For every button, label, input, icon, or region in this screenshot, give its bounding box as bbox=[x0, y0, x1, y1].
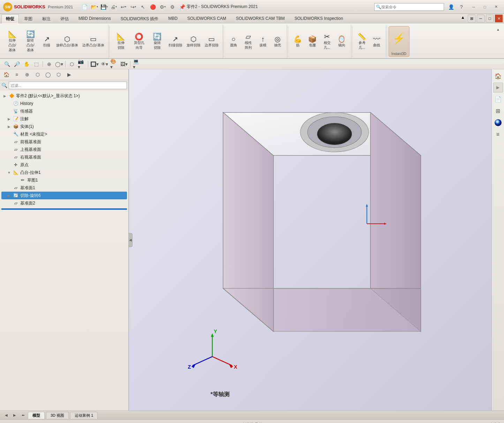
wrap-btn[interactable]: 📦 包覆 bbox=[306, 25, 319, 57]
ref-geometry-btn[interactable]: 📏 参考几... bbox=[355, 25, 369, 57]
tree-solid[interactable]: ▶ 📦 实体(1) bbox=[1, 123, 127, 130]
display-mgr-btn[interactable]: ◯ bbox=[43, 70, 53, 79]
print-btn[interactable]: 🖨▾ bbox=[109, 2, 118, 11]
tab-sketch[interactable]: 草图 bbox=[20, 14, 37, 23]
next-tab-btn[interactable]: ▶ bbox=[11, 412, 18, 419]
fillet-btn[interactable]: ○ 圆角 bbox=[227, 25, 241, 57]
save-btn[interactable]: 💾▾ bbox=[99, 2, 108, 11]
user-icon[interactable]: 👤 bbox=[447, 3, 455, 11]
tree-root[interactable]: ▶ 🔶 零件2 (默认<<默认>_显示状态 1>) bbox=[1, 92, 127, 100]
select-btn[interactable]: ↖ bbox=[138, 2, 148, 11]
cut-revolve-btn[interactable]: 🔄 旋转切除 bbox=[149, 25, 166, 57]
prev-tab-btn[interactable]: ◀ bbox=[3, 412, 10, 419]
tab-3d-view[interactable]: 3D 视图 bbox=[46, 412, 69, 419]
tab-sw-cam[interactable]: SOLIDWORKS CAM bbox=[183, 14, 231, 23]
part-icon-btn[interactable]: 📄 bbox=[493, 94, 503, 104]
search-input[interactable] bbox=[381, 5, 442, 9]
new-btn[interactable]: 📄 bbox=[80, 2, 89, 11]
intersect-btn[interactable]: ✂ 相交几... bbox=[320, 25, 334, 57]
close-button[interactable]: ✕ bbox=[491, 3, 501, 11]
ribbon-arrow-up[interactable]: ▲ bbox=[495, 26, 501, 32]
home-view-btn[interactable]: 🏠 bbox=[493, 71, 503, 81]
tab-feature[interactable]: 特征 bbox=[1, 14, 19, 23]
hide-show-btn[interactable]: 👁▾ bbox=[100, 60, 108, 68]
rib-btn[interactable]: 💪 筋 bbox=[291, 25, 305, 57]
dim-xpert-btn[interactable]: ⬡ bbox=[33, 70, 43, 79]
options2-btn[interactable]: ⚙ bbox=[168, 2, 177, 11]
restore-btn[interactable]: ⊞ bbox=[468, 15, 475, 22]
viewport[interactable]: Y X Z *等轴测 bbox=[129, 69, 504, 410]
tree-material[interactable]: 🔧 材质 <未指定> bbox=[1, 130, 127, 138]
cam-mgr-btn[interactable]: ⬡ bbox=[54, 70, 63, 79]
display-style-btn[interactable]: 🔲▾ bbox=[90, 60, 99, 68]
tab-model[interactable]: 模型 bbox=[28, 412, 45, 419]
zoom-in-btn[interactable]: 🔍 bbox=[3, 60, 11, 68]
loft-boss-btn[interactable]: ⬡ 放样凸台/基体 bbox=[54, 25, 80, 57]
tree-sensors[interactable]: 📡 传感器 bbox=[1, 107, 127, 115]
cut-extrude-btn[interactable]: 📐 拉伸切除 bbox=[112, 25, 130, 57]
display-mode-btn[interactable]: 💻▾ bbox=[133, 60, 141, 68]
minimize-button[interactable]: ─ bbox=[468, 3, 479, 11]
cut-sweep-btn[interactable]: ↗ 扫描切除 bbox=[167, 25, 184, 57]
help-icon[interactable]: ? bbox=[457, 3, 466, 11]
boundary-boss-btn[interactable]: ▭ 边界凸台/基体 bbox=[81, 25, 106, 57]
tab-sw-inspection[interactable]: SOLIDWORKS Inspection bbox=[290, 14, 347, 23]
tree-right-plane[interactable]: ▱ 右视基准面 bbox=[1, 153, 127, 161]
tree-boss-extrude1[interactable]: ▼ 📐 凸台-拉伸1 bbox=[1, 169, 127, 176]
tree-sketch1[interactable]: ✏ 草图1 bbox=[1, 176, 127, 184]
cut-boundary-btn[interactable]: ▭ 边界切除 bbox=[203, 25, 220, 57]
tree-top-plane[interactable]: ▱ 上视基准面 bbox=[1, 146, 127, 153]
mirror-btn[interactable]: 🪞 镜向 bbox=[335, 25, 349, 57]
open-btn[interactable]: 📂▾ bbox=[90, 2, 99, 11]
tab-mbd-dimensions[interactable]: MBD Dimensions bbox=[74, 14, 115, 23]
options-btn[interactable]: ⚙▾ bbox=[158, 2, 167, 11]
scene-btn[interactable]: 🖼▾ bbox=[120, 60, 128, 68]
extra-btn[interactable]: 📌 bbox=[178, 2, 187, 11]
tab-evaluate[interactable]: 评估 bbox=[56, 14, 73, 23]
tree-front-plane[interactable]: ▱ 前视基准面 bbox=[1, 138, 127, 146]
tree-origin[interactable]: ✛ 原点 bbox=[1, 161, 127, 169]
tree-history[interactable]: 🕐 History bbox=[1, 100, 127, 107]
linear-pattern-btn[interactable]: ▱ 线性阵列 bbox=[241, 25, 255, 57]
color-sphere-btn[interactable] bbox=[493, 117, 503, 128]
tree-annotations[interactable]: ▶ 📝 注解 bbox=[1, 115, 127, 123]
tree-cut-revolve6[interactable]: ▶ 🔄 切除-旋转6 bbox=[1, 192, 127, 199]
draft-btn[interactable]: ↑ 拔模 bbox=[256, 25, 270, 57]
section-view-btn[interactable]: ⬡ bbox=[68, 60, 76, 68]
close2-btn[interactable]: ✕ bbox=[495, 15, 503, 22]
box-select-btn[interactable]: ⬚ bbox=[32, 60, 40, 68]
pattern-icon-btn[interactable]: ⊞ bbox=[493, 106, 503, 116]
minimize2-btn[interactable]: ─ bbox=[477, 15, 484, 22]
curves-btn[interactable]: 〰 曲线 bbox=[370, 25, 384, 57]
3d-view-btn[interactable]: ▶ bbox=[493, 83, 503, 92]
boss-revolve-btn[interactable]: 🔄 旋转凸台/基体 bbox=[22, 25, 39, 57]
pan-btn[interactable]: ✋ bbox=[22, 60, 31, 68]
feature-mgr-btn[interactable]: 🏠 bbox=[1, 70, 11, 79]
shell-btn[interactable]: ◎ 抽壳 bbox=[271, 25, 285, 57]
property-mgr-btn[interactable]: ≡ bbox=[12, 70, 22, 79]
arrow-more-btn[interactable]: ▶ bbox=[64, 70, 74, 79]
rollback-bar[interactable] bbox=[1, 208, 127, 210]
ribbon-collapse-button[interactable]: ▲ bbox=[459, 14, 466, 21]
display-list-btn[interactable]: ≡ bbox=[493, 129, 503, 140]
tab-motion1[interactable]: 运动算例 1 bbox=[70, 412, 98, 419]
tree-plane1[interactable]: ▱ 基准面1 bbox=[1, 184, 127, 192]
maximize2-btn[interactable]: □ bbox=[486, 15, 494, 22]
search-area[interactable]: 🔍 bbox=[374, 3, 444, 11]
tab-mbd[interactable]: MBD bbox=[164, 14, 182, 23]
config-mgr-btn[interactable]: ⊕ bbox=[22, 70, 32, 79]
boss-extrude-btn[interactable]: 📐 拉伸凸台/基体 bbox=[3, 25, 21, 57]
sweep-btn[interactable]: ↗ 扫描 bbox=[40, 25, 54, 57]
center-btn[interactable]: ⊕ bbox=[45, 60, 53, 68]
view-more-btn[interactable]: 📷▾ bbox=[77, 60, 86, 68]
render-btn[interactable]: 🎨▾ bbox=[110, 60, 118, 68]
tab-markup[interactable]: 标注 bbox=[38, 14, 55, 23]
instant3d-btn[interactable]: ⚡ bbox=[391, 27, 407, 50]
tree-plane2[interactable]: ▱ 基准面2 bbox=[1, 199, 127, 207]
zoom-out-btn[interactable]: 🔎 bbox=[13, 60, 21, 68]
view-orient-btn[interactable]: ◯▾ bbox=[55, 60, 63, 68]
hole-wizard-btn[interactable]: ⭕ 异型孔向导 bbox=[130, 25, 148, 57]
first-tab-btn[interactable]: ⬅ bbox=[20, 412, 27, 419]
cut-loft-btn[interactable]: ⬡ 放样切除 bbox=[185, 25, 202, 57]
rebuild-btn[interactable]: 🔴 bbox=[148, 2, 157, 11]
